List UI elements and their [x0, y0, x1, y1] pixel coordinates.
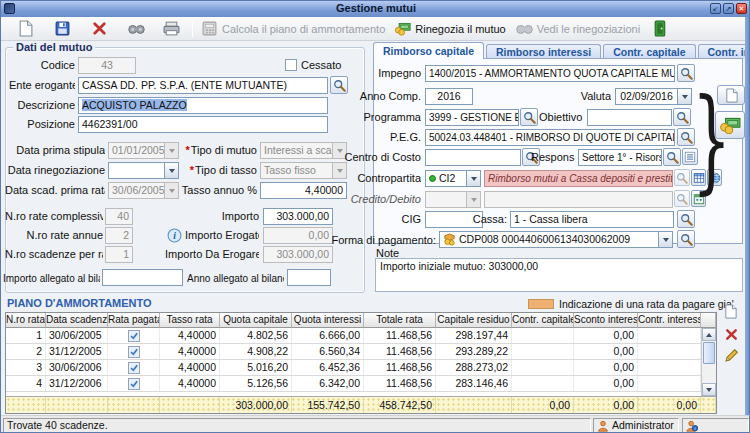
scrollbar-thumb[interactable]: [703, 342, 715, 364]
cassa-lookup-button[interactable]: [677, 210, 695, 228]
anno-comp-field[interactable]: 2016: [425, 88, 473, 105]
ente-erogante-lookup-button[interactable]: [330, 76, 348, 94]
table-cell: 11.468,56: [364, 376, 436, 391]
table-cell: 6.342,00: [292, 376, 364, 391]
grid-scrollbar[interactable]: [701, 328, 716, 396]
forma-pagamento-combo[interactable]: CDP008 0004406006134030062009: [439, 231, 673, 248]
tab-rimborso-interessi[interactable]: Rimborso interessi: [486, 44, 601, 59]
grid-delete-row-button[interactable]: [724, 327, 739, 344]
save-button[interactable]: [54, 20, 71, 37]
scroll-down-button[interactable]: [702, 383, 716, 396]
cessato-checkbox[interactable]: [285, 59, 297, 71]
totals-cell: [6, 397, 46, 413]
credito-debito-field[interactable]: [484, 191, 673, 208]
rate-complessive-field[interactable]: 40: [105, 208, 133, 225]
note-field[interactable]: Importo iniziale mutuo: 303000,00: [375, 258, 743, 292]
credito-debito-lookup-button[interactable]: [674, 190, 690, 207]
importo-allegato-field[interactable]: [102, 269, 183, 286]
print-button[interactable]: [163, 20, 180, 37]
valuta-combo[interactable]: 02/09/2016: [615, 88, 692, 105]
maximize-button[interactable]: ↗: [723, 3, 734, 14]
tasso-annuo-field[interactable]: 4,40000: [260, 182, 347, 199]
column-header[interactable]: N.ro rata: [6, 313, 46, 328]
column-header[interactable]: Quota capitale: [220, 313, 292, 328]
rata-pagata-checkbox[interactable]: [128, 362, 140, 374]
impegno-field[interactable]: 1400/2015 - AMMORTAMENTO QUOTA CAPITALE …: [425, 65, 675, 82]
rata-pagata-checkbox[interactable]: [128, 378, 140, 390]
column-header[interactable]: Sconto interessi: [574, 313, 638, 328]
descrizione-label: Descrizione: [9, 98, 75, 113]
info-icon[interactable]: [167, 228, 182, 243]
tab-contr-capitale[interactable]: Contr. capitale: [603, 44, 695, 59]
tab-rimborso-capitale[interactable]: Rimborso capitale: [373, 42, 484, 59]
tab-contr-interessi[interactable]: Contr. interessi: [698, 44, 750, 59]
codice-field[interactable]: 43: [78, 57, 136, 74]
dropdown-arrow-icon[interactable]: [466, 191, 481, 208]
obiettivo-field[interactable]: [587, 109, 672, 126]
status-user-panel: Administrator: [593, 418, 679, 433]
peg-field[interactable]: 50024.03.448401 - RIMBORSO DI QUOTE DI C…: [425, 129, 675, 146]
scroll-up-button[interactable]: [702, 328, 716, 341]
column-header[interactable]: Totale rata: [364, 313, 436, 328]
cassa-field[interactable]: 1 - Cassa libera: [510, 211, 674, 228]
obiettivo-lookup-button[interactable]: [673, 108, 691, 126]
table-row[interactable]: 431/12/20064,400005.126,566.342,0011.468…: [6, 376, 701, 392]
tipo-tasso-combo[interactable]: Tasso fisso: [260, 162, 347, 179]
column-header[interactable]: Capitale residuo: [436, 313, 512, 328]
column-header[interactable]: Rata pagata: [108, 313, 160, 328]
tipo-mutuo-combo[interactable]: Interessi a scalare: [260, 142, 347, 159]
descrizione-field[interactable]: ACQUISTO PALAZZO: [78, 97, 328, 114]
scadenze-per-rata-field[interactable]: 1: [105, 246, 133, 263]
column-header[interactable]: Quota interessi: [292, 313, 364, 328]
money-movements-button[interactable]: [715, 111, 745, 139]
close-button[interactable]: ✕: [736, 3, 747, 14]
dropdown-arrow-icon[interactable]: [466, 170, 481, 187]
dropdown-arrow-icon[interactable]: [677, 88, 692, 105]
ente-erogante-field[interactable]: CASSA DD. PP. S.P.A. (ENTE MUTUANTE): [78, 77, 328, 94]
rinegozia-button[interactable]: Rinegozia il mutuo: [394, 20, 506, 37]
credito-debito-combo[interactable]: [425, 191, 481, 208]
importo-da-erogare-field[interactable]: 303.000,00: [263, 246, 333, 263]
respons-field[interactable]: Settore 1° - Risorse: [578, 149, 662, 166]
vedi-rinegoziazioni-button[interactable]: Vedi le rinegoziazioni: [516, 20, 640, 37]
anno-allegato-field[interactable]: [287, 269, 331, 286]
table-row[interactable]: 130/06/20054,400004.802,566.666,0011.468…: [6, 328, 701, 344]
importo-field[interactable]: 303.000,00: [263, 208, 333, 225]
grid-edit-row-button[interactable]: [724, 348, 739, 365]
column-header[interactable]: Data scadenza: [46, 313, 108, 328]
programma-lookup-button[interactable]: [520, 108, 538, 126]
importo-erogato-field[interactable]: 0,00: [263, 227, 333, 244]
column-header[interactable]: Contr. capitale: [512, 313, 574, 328]
rata-pagata-checkbox[interactable]: [128, 330, 140, 342]
column-header[interactable]: Tasso rata: [160, 313, 220, 328]
programma-field[interactable]: 3999 - GESTIONE ECONOM: [425, 109, 519, 126]
binoculars-gray-icon: [516, 20, 533, 37]
delete-button[interactable]: [91, 20, 108, 37]
minimize-button[interactable]: ↙: [710, 3, 721, 14]
dropdown-arrow-icon[interactable]: [658, 231, 673, 248]
contropartita-lookup-button[interactable]: [674, 169, 690, 186]
table-row[interactable]: 330/06/20064,400005.016,206.452,3611.468…: [6, 360, 701, 376]
posizione-field[interactable]: 4462391/00: [78, 116, 328, 133]
grid-new-row-button[interactable]: [723, 304, 738, 321]
title-bar[interactable]: Gestione mutui ↙ ↗ ✕: [1, 1, 750, 17]
rate-annue-field[interactable]: 2: [105, 227, 133, 244]
exit-button[interactable]: [652, 20, 669, 37]
contropartita-desc-field[interactable]: Rimborso mutui a Cassa depositi e presti…: [484, 170, 673, 187]
scrollbar-track[interactable]: [702, 365, 716, 383]
peg-label: P.E.G.: [375, 130, 421, 145]
table-row[interactable]: 231/12/20054,400004.908,226.560,3411.468…: [6, 344, 701, 360]
table-cell: 2: [6, 344, 46, 359]
new-movement-button[interactable]: [717, 85, 745, 105]
table-cell: 30/06/2006: [46, 360, 108, 375]
rata-pagata-checkbox[interactable]: [128, 346, 140, 358]
centro-di-costo-field[interactable]: [425, 149, 521, 166]
totals-cell: 0,00: [574, 397, 638, 413]
calcola-piano-button[interactable]: Calcola il piano di ammortamento: [201, 20, 385, 37]
respons-lookup-button[interactable]: [663, 148, 681, 166]
contropartita-combo[interactable]: CI2: [425, 170, 481, 187]
new-button[interactable]: [17, 20, 34, 37]
column-header[interactable]: Contr. interessi: [638, 313, 701, 328]
forma-pagamento-lookup-button[interactable]: [677, 230, 695, 248]
search-button[interactable]: [128, 20, 145, 37]
